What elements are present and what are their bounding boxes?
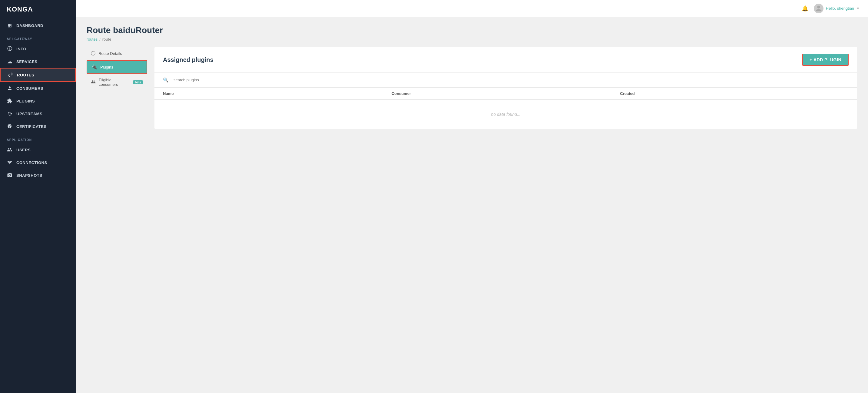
sidebar-item-certificates[interactable]: CERTIFICATES (0, 120, 76, 133)
sidebar-item-label: UPSTREAMS (17, 112, 42, 116)
sidebar-section-api: API GATEWAY (0, 32, 76, 43)
left-panel-eligible-consumers[interactable]: Eligible consumers beta (87, 74, 147, 90)
col-created: Created (620, 91, 848, 96)
breadcrumb-separator: / (99, 37, 100, 41)
connections-icon (7, 160, 13, 166)
plugins-panel-title: Assigned plugins (163, 56, 214, 63)
beta-badge: beta (133, 80, 143, 84)
left-panel-item-label: Eligible consumers (99, 78, 129, 87)
breadcrumb-routes[interactable]: routes (87, 37, 97, 41)
eligible-consumers-icon (91, 80, 96, 85)
notification-bell[interactable]: 🔔 (802, 5, 808, 12)
cloud-icon: ☁ (7, 58, 13, 64)
sidebar-item-label: SERVICES (17, 59, 37, 64)
table-header: Name Consumer Created (154, 88, 857, 100)
left-panel: ⓘ Route Details 🔌 Plugins Eligible consu… (87, 47, 147, 90)
sidebar: KONGA ⊞ DASHBOARD API GATEWAY ⓘ INFO ☁ S… (0, 0, 76, 393)
sidebar-item-label: CONSUMERS (17, 86, 43, 91)
search-icon: 🔍 (163, 77, 169, 83)
sidebar-item-services[interactable]: ☁ SERVICES (0, 55, 76, 68)
sidebar-item-info[interactable]: ⓘ INFO (0, 43, 76, 55)
add-plugin-button[interactable]: + ADD PLUGIN (802, 54, 848, 66)
username-label: Hello, shengtian (826, 6, 854, 10)
certificates-icon (7, 123, 13, 130)
plug-icon: 🔌 (91, 64, 97, 70)
sidebar-item-label: INFO (17, 47, 26, 51)
breadcrumb: routes / route (87, 37, 857, 41)
app-logo: KONGA (0, 0, 76, 19)
plugins-panel-header: Assigned plugins + ADD PLUGIN (154, 47, 857, 73)
main-content: 🔔 Hello, shengtian ▼ Route baiduRouter r… (76, 0, 868, 393)
left-panel-item-label: Route Details (98, 51, 122, 56)
user-menu[interactable]: Hello, shengtian ▼ (814, 4, 860, 13)
sidebar-item-label: ROUTES (17, 73, 34, 77)
sidebar-item-plugins[interactable]: PLUGINS (0, 94, 76, 107)
chevron-down-icon: ▼ (857, 7, 860, 10)
upstreams-icon (7, 111, 13, 117)
search-input[interactable] (172, 77, 232, 83)
avatar (814, 4, 824, 13)
sidebar-item-label: DASHBOARD (17, 23, 43, 28)
content-area: ⓘ Route Details 🔌 Plugins Eligible consu… (76, 47, 868, 140)
snapshots-icon (7, 172, 13, 178)
page-title: Route baiduRouter (87, 26, 857, 35)
sidebar-item-label: PLUGINS (17, 99, 35, 104)
page-header: Route baiduRouter routes / route (76, 17, 868, 47)
left-panel-route-details[interactable]: ⓘ Route Details (87, 47, 147, 60)
sidebar-item-connections[interactable]: CONNECTIONS (0, 156, 76, 169)
sidebar-item-snapshots[interactable]: SNAPSHOTS (0, 169, 76, 181)
plugins-icon (7, 98, 13, 104)
sidebar-section-app: APPLICATION (0, 133, 76, 143)
sidebar-item-dashboard[interactable]: ⊞ DASHBOARD (0, 19, 76, 32)
users-icon (7, 147, 13, 153)
sidebar-item-routes[interactable]: ROUTES (0, 68, 76, 82)
sidebar-item-upstreams[interactable]: UPSTREAMS (0, 107, 76, 120)
left-panel-item-label: Plugins (100, 65, 113, 69)
sidebar-item-label: SNAPSHOTS (17, 173, 42, 178)
page-content: Route baiduRouter routes / route ⓘ Route… (76, 17, 868, 393)
dashboard-icon: ⊞ (7, 23, 13, 28)
sidebar-item-users[interactable]: USERS (0, 143, 76, 156)
plugins-panel: Assigned plugins + ADD PLUGIN 🔍 Name Con… (154, 47, 857, 129)
sidebar-item-label: CERTIFICATES (17, 124, 46, 129)
col-name: Name (163, 91, 392, 96)
table-empty: no data found... (154, 100, 857, 129)
consumer-icon (7, 85, 13, 91)
breadcrumb-current: route (102, 37, 112, 41)
info-icon: ⓘ (7, 46, 13, 52)
search-bar: 🔍 (154, 73, 857, 88)
sidebar-item-consumers[interactable]: CONSUMERS (0, 82, 76, 94)
sidebar-item-label: USERS (17, 148, 31, 152)
sidebar-item-label: CONNECTIONS (17, 161, 47, 165)
col-consumer: Consumer (392, 91, 620, 96)
routes-icon (7, 72, 13, 78)
left-panel-plugins[interactable]: 🔌 Plugins (87, 60, 147, 74)
info-icon: ⓘ (91, 51, 95, 56)
header: 🔔 Hello, shengtian ▼ (76, 0, 868, 17)
